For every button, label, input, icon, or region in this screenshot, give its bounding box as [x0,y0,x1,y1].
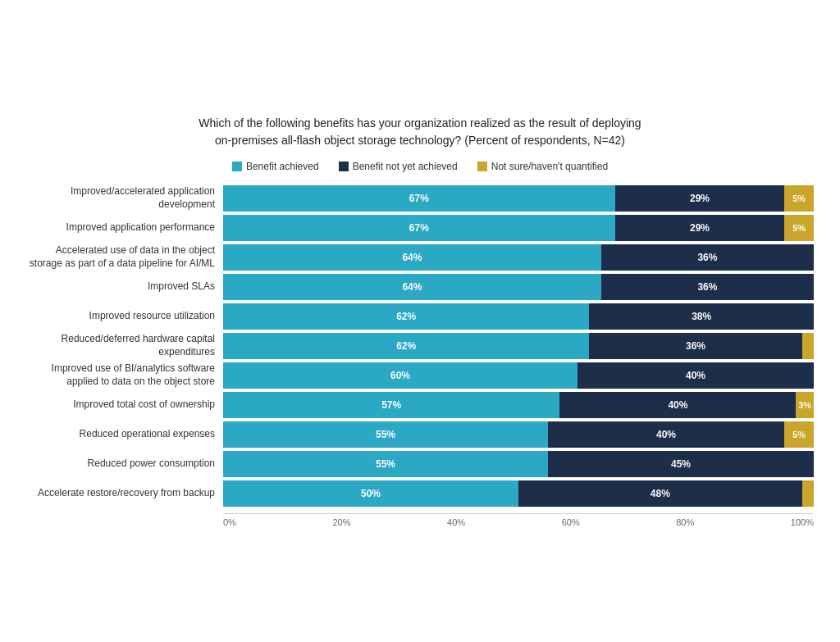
y-label: Improved use of BI/analytics software ap… [26,362,223,388]
chart-row: Improved resource utilization62%38% [26,303,814,330]
x-tick-0: 0% [223,517,236,527]
legend-label-achieved: Benefit achieved [246,161,319,172]
x-axis-line [223,513,814,514]
x-tick-40: 40% [447,517,465,527]
bar-not-sure: 3% [796,392,814,418]
y-label: Improved SLAs [26,280,223,294]
y-label: Improved resource utilization [26,310,223,323]
legend-swatch-achieved [232,162,242,171]
legend-item-not-achieved: Benefit not yet achieved [339,161,458,172]
bar-not-sure [802,480,814,507]
legend-label-not-achieved: Benefit not yet achieved [353,161,458,172]
bar-achieved: 62% [223,333,589,359]
bar-not-achieved: 40% [548,421,784,448]
bar-stack: 60%40% [223,362,814,389]
y-label: Reduced power consumption [26,458,223,471]
bar-not-achieved: 45% [548,451,814,477]
bar-achieved: 55% [223,451,548,477]
bar-stack: 62%38% [223,303,814,330]
chart-body: Improved/accelerated application develop… [26,185,814,507]
chart-row: Reduced power consumption55%45% [26,451,814,477]
bar-achieved: 50% [223,480,518,507]
x-axis-area: 0% 20% 40% 60% 80% 100% [223,510,814,527]
bar-stack: 50%48% [223,480,814,507]
chart-row: Accelerate restore/recovery from backup5… [26,480,814,507]
bar-stack: 55%40%5% [223,421,814,448]
bar-not-achieved: 29% [615,215,785,241]
bar-not-achieved: 36% [601,244,814,271]
bar-not-sure: 5% [784,421,814,448]
bar-achieved: 55% [223,421,548,448]
chart-row: Improved total cost of ownership57%40%3% [26,392,814,418]
x-ticks: 0% 20% 40% 60% 80% 100% [223,517,814,527]
bar-not-achieved: 40% [559,392,796,418]
y-label: Improved application performance [26,221,223,234]
bar-achieved: 67% [223,185,615,212]
chart-legend: Benefit achieved Benefit not yet achieve… [26,161,814,172]
legend-item-not-sure: Not sure/haven't quantified [477,161,608,172]
bar-not-sure [802,333,814,359]
chart-row: Reduced/deferred hardware capital expend… [26,333,814,359]
y-label: Improved total cost of ownership [26,398,223,412]
bar-achieved: 62% [223,303,589,330]
y-label: Improved/accelerated application develop… [26,185,223,211]
bar-not-sure: 5% [784,215,814,241]
bar-stack: 62%36% [223,333,814,359]
y-label: Accelerate restore/recovery from backup [26,487,223,500]
legend-swatch-not-achieved [339,162,349,171]
chart-row: Improved use of BI/analytics software ap… [26,362,814,389]
x-tick-60: 60% [562,517,580,527]
chart-row: Improved application performance67%29%5% [26,215,814,241]
bar-achieved: 67% [223,215,615,241]
bar-not-achieved: 48% [518,480,802,507]
bar-achieved: 57% [223,392,559,418]
legend-swatch-not-sure [477,162,487,171]
bar-stack: 67%29%5% [223,185,814,212]
x-tick-20: 20% [332,517,350,527]
bar-not-achieved: 36% [589,333,801,359]
bar-stack: 55%45% [223,451,814,477]
bar-achieved: 64% [223,274,601,300]
bar-not-achieved: 29% [615,185,785,212]
x-tick-100: 100% [791,517,814,527]
bar-not-achieved: 38% [589,303,814,330]
chart-container: Which of the following benefits has your… [18,98,822,544]
legend-label-not-sure: Not sure/haven't quantified [491,161,608,172]
bar-not-achieved: 40% [578,362,814,389]
bar-achieved: 64% [223,244,601,271]
y-label: Accelerated use of data in the object st… [26,244,223,270]
chart-title: Which of the following benefits has your… [26,115,814,149]
bar-not-sure: 5% [784,185,814,212]
bar-stack: 67%29%5% [223,215,814,241]
chart-row: Improved/accelerated application develop… [26,185,814,212]
bar-achieved: 60% [223,362,578,389]
bar-stack: 64%36% [223,274,814,300]
bar-not-achieved: 36% [601,274,814,300]
y-label: Reduced/deferred hardware capital expend… [26,333,223,358]
bar-stack: 57%40%3% [223,392,814,418]
y-label: Reduced operational expenses [26,428,223,441]
x-tick-80: 80% [676,517,694,527]
legend-item-achieved: Benefit achieved [232,161,319,172]
chart-row: Improved SLAs64%36% [26,274,814,300]
chart-row: Accelerated use of data in the object st… [26,244,814,271]
chart-row: Reduced operational expenses55%40%5% [26,421,814,448]
bar-stack: 64%36% [223,244,814,271]
